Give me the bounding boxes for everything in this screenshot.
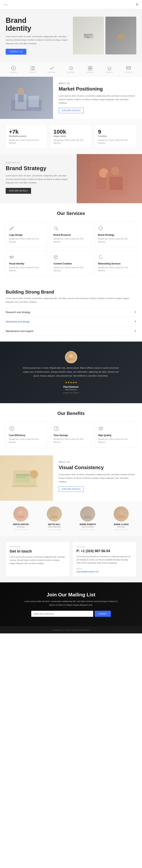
mailing-submit-button[interactable]: SUBMIT	[95, 611, 111, 617]
icon-label-6: CONTENT	[106, 71, 113, 73]
person-icon-0	[16, 509, 26, 519]
testimonial-tag: Image From Trapezo	[63, 392, 79, 394]
what-we-do-image	[77, 154, 142, 203]
contact-title-1: Get in touch	[10, 549, 65, 554]
content-icon-7	[126, 66, 131, 71]
header: logo ≡	[0, 0, 142, 9]
benefit-desc-1: Sample text. Click to select the Test El…	[53, 438, 88, 444]
svg-rect-19	[126, 66, 131, 69]
team-role-2: Vice President	[73, 526, 103, 528]
accordion-open-icon-2: +	[134, 329, 136, 333]
accordion-item-1[interactable]: Wireframe and design +	[6, 317, 136, 327]
svg-point-42	[69, 354, 73, 358]
mailing-description: Lorem ipsum dolor sit amet, consectetur …	[24, 599, 118, 607]
testimonial-role: Web Designer	[65, 389, 77, 391]
icon-bar-item-7[interactable]: CONTENT	[124, 66, 133, 73]
footer: Complete Set — Click to select the Text …	[0, 626, 142, 633]
service-icon-3	[9, 254, 44, 260]
visual-section: ABOUT US Visual Consistency Lorem ipsum …	[0, 455, 142, 501]
benefit-icon-0: $	[9, 426, 44, 432]
what-we-do-cta-button[interactable]: EXPLORE DETAILS	[6, 188, 31, 194]
about-image	[0, 77, 53, 119]
visual-cta-button[interactable]: EXPLORE DETAILS	[59, 486, 84, 492]
about-section: ABOUT US Market Positioning Lorem ipsum …	[0, 77, 142, 119]
icon-label-3: CONTENT	[48, 71, 56, 73]
service-title-5: Rebranding Services	[98, 262, 133, 265]
stat-label-1: Happy clients	[53, 135, 88, 137]
contact-email-label: EMAIL	[77, 568, 132, 570]
icon-bar-item-5[interactable]: CONTENT	[86, 66, 94, 73]
people-scene-icon	[90, 162, 129, 196]
team-avatar-1	[47, 506, 62, 522]
team-avatar-0	[13, 506, 28, 522]
team-section: BERTIE NORTON Secretary Image From Trape…	[0, 501, 142, 536]
service-title-2: Brand Strategy	[98, 234, 133, 236]
stat-number-1: 100k	[53, 128, 88, 135]
edit-icon	[53, 254, 59, 260]
person-icon-3	[116, 509, 126, 519]
benefits-grid: $ Cost Efficiency Sample text. Click to …	[6, 422, 136, 448]
icon-label-4: CONTENT	[67, 71, 75, 73]
services-grid: Logo Design Sample text. Click to select…	[6, 222, 136, 276]
team-tag-3: Image From Trapezo	[106, 529, 137, 530]
benefit-card-2: High Quality Sample text. Click to selec…	[95, 422, 136, 448]
contact-phone: P: +1 (324) 987-56-54	[77, 549, 132, 553]
svg-point-54	[19, 510, 23, 515]
service-icon-4	[53, 254, 88, 260]
stat-card-1: 100k Happy clients Sample text. Click to…	[50, 125, 92, 148]
accordion-item-0[interactable]: Research and strategy +	[6, 307, 136, 317]
svg-rect-31	[96, 178, 106, 189]
icon-bar-item-6[interactable]: CONTENT	[106, 66, 113, 73]
stat-card-2: 9 Countries Sample text. Click to select…	[95, 125, 136, 148]
content-icon-2	[30, 66, 35, 71]
service-card-0: Logo Design Sample text. Click to select…	[6, 222, 47, 247]
icon-bar-item-1[interactable]: CONTENT	[9, 66, 18, 73]
hero-text: Brand Identity Lorem ipsum dolor sit ame…	[6, 17, 69, 55]
service-card-4: Content Creation Sample text. Click to s…	[50, 250, 92, 276]
pen-icon	[9, 226, 14, 231]
keyboard-icon	[83, 30, 94, 41]
icon-bar-item-2[interactable]: CONTENT	[29, 66, 36, 73]
accordion-title-1: Wireframe and design	[6, 320, 30, 323]
about-description: Lorem ipsum dolor sit amet, consectetur …	[59, 94, 136, 105]
team-role-1: Office Manager	[39, 526, 70, 528]
svg-rect-25	[18, 94, 24, 102]
hamburger-menu-icon[interactable]: ≡	[136, 2, 138, 7]
hero-image-hat	[106, 17, 137, 55]
svg-rect-6	[86, 35, 88, 36]
accordion-item-2[interactable]: Maintenance and support +	[6, 327, 136, 336]
svg-rect-32	[109, 177, 123, 190]
hero-cta-button[interactable]: CONTACT US	[6, 49, 26, 55]
icon-bar-item-3[interactable]: CONTENT	[48, 66, 56, 73]
mailing-email-input[interactable]	[31, 611, 93, 617]
services-title: Our Services	[6, 211, 136, 216]
mailing-form: SUBMIT	[31, 611, 111, 617]
what-we-do-label: WHAT WE DO	[6, 162, 71, 164]
service-title-0: Logo Design	[9, 234, 44, 236]
contact-label-1: CONTACTS	[10, 546, 65, 548]
svg-rect-38	[54, 255, 57, 259]
logo: logo	[4, 3, 8, 6]
team-card-0: BERTIE NORTON Secretary Image From Trape…	[6, 506, 36, 530]
icon-bar-item-4[interactable]: CONTENT	[67, 66, 75, 73]
team-name-0: BERTIE NORTON	[6, 523, 36, 526]
stat-label-2: Countries	[98, 135, 133, 137]
mailing-section: Join Our Mailing List Lorem ipsum dolor …	[0, 582, 142, 626]
person-icon-2	[83, 509, 93, 519]
svg-point-24	[18, 88, 24, 94]
svg-line-33	[11, 229, 11, 229]
office-scene-icon	[11, 85, 41, 111]
team-card-2: JENNIE ROBERTS Vice President Image From…	[73, 506, 103, 530]
benefit-desc-0: Sample text. Click to select the Test El…	[9, 438, 44, 444]
visual-description: Lorem ipsum dolor sit amet, consectetur …	[59, 473, 136, 483]
accordion-open-icon-0: +	[134, 310, 136, 314]
svg-rect-53	[16, 476, 27, 478]
svg-rect-49	[11, 486, 38, 487]
contact-email-link[interactable]: example@example.com	[77, 570, 132, 573]
diamond-icon	[98, 226, 103, 231]
benefits-title: Our Benefits	[6, 411, 136, 416]
svg-rect-1	[84, 34, 86, 35]
benefit-title-1: Time Savings	[53, 434, 88, 437]
visual-label: ABOUT US	[59, 461, 136, 463]
about-cta-button[interactable]: EXPLORE DETAILS	[59, 108, 84, 113]
